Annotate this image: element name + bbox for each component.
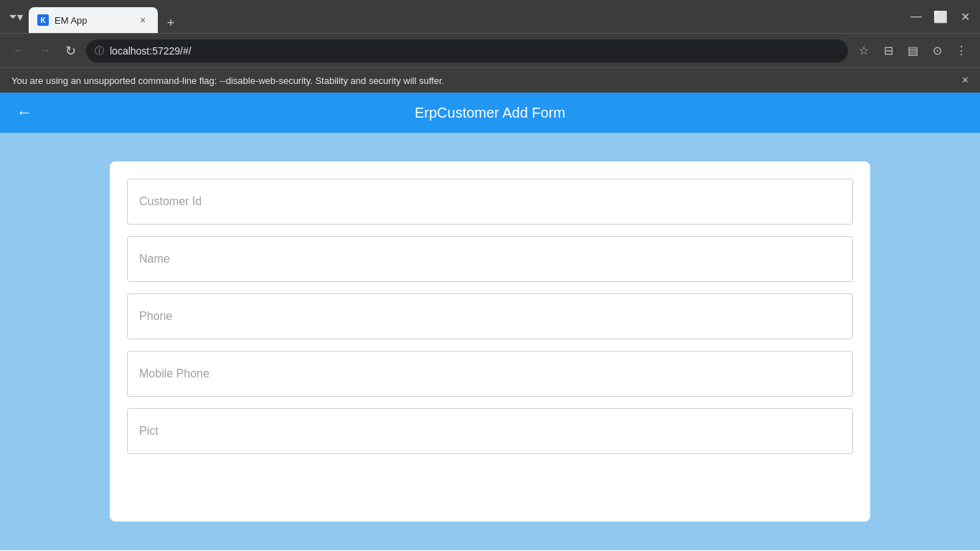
customer-id-input[interactable] xyxy=(139,195,841,208)
maximize-button[interactable]: ⬜ xyxy=(931,7,950,26)
sidebar-button[interactable]: ▤ xyxy=(903,41,923,61)
window-controls: — ⬜ ✕ xyxy=(907,7,974,26)
mobile-phone-input[interactable] xyxy=(139,367,841,380)
browser-chrome: ▾ K EM App × + — ⬜ ✕ ← → ↻ ⓘ localhost:5… xyxy=(0,0,980,93)
app-header: ← ErpCustomer Add Form xyxy=(0,93,980,133)
phone-field[interactable] xyxy=(127,293,853,339)
back-nav-button[interactable]: ← xyxy=(9,41,29,61)
menu-button[interactable]: ⋮ xyxy=(951,41,971,61)
warning-text: You are using an unsupported command-lin… xyxy=(11,75,444,86)
reload-button[interactable]: ↻ xyxy=(60,41,80,61)
bookmark-button[interactable]: ☆ xyxy=(854,41,874,61)
address-security-icon: ⓘ xyxy=(95,44,104,57)
active-tab[interactable]: K EM App × xyxy=(29,7,158,33)
warning-close-button[interactable]: × xyxy=(962,74,969,87)
browser-titlebar: ▾ K EM App × + — ⬜ ✕ xyxy=(0,0,980,33)
back-button[interactable]: ← xyxy=(11,100,37,126)
app-content xyxy=(0,133,980,550)
security-warning-bar: You are using an unsupported command-lin… xyxy=(0,67,980,93)
tab-dropdown-button[interactable]: ▾ xyxy=(6,6,26,27)
page-title: ErpCustomer Add Form xyxy=(415,105,565,121)
address-url: localhost:57229/#/ xyxy=(110,45,192,57)
mobile-phone-field[interactable] xyxy=(127,351,853,397)
minimize-button[interactable]: — xyxy=(907,7,925,26)
browser-addressbar: ← → ↻ ⓘ localhost:57229/#/ ☆ ⊟ ▤ ⊙ ⋮ xyxy=(0,33,980,67)
close-window-button[interactable]: ✕ xyxy=(956,7,974,26)
media-router-button[interactable]: ⊟ xyxy=(878,41,898,61)
forward-nav-button[interactable]: → xyxy=(34,41,55,61)
new-tab-button[interactable]: + xyxy=(161,13,181,33)
tab-close-button[interactable]: × xyxy=(136,14,149,27)
phone-input[interactable] xyxy=(139,310,841,323)
pict-input[interactable] xyxy=(139,425,841,438)
name-field[interactable] xyxy=(127,236,853,282)
form-card xyxy=(110,161,870,522)
name-input[interactable] xyxy=(139,253,841,265)
tab-title: EM App xyxy=(55,15,131,26)
pict-field[interactable] xyxy=(127,408,853,454)
tab-favicon: K xyxy=(37,14,49,26)
browser-tabs: K EM App × + xyxy=(29,0,907,33)
toolbar-right: ☆ ⊟ ▤ ⊙ ⋮ xyxy=(854,41,971,61)
address-bar[interactable]: ⓘ localhost:57229/#/ xyxy=(86,39,848,62)
profile-button[interactable]: ⊙ xyxy=(927,41,947,61)
customer-id-field[interactable] xyxy=(127,179,853,225)
